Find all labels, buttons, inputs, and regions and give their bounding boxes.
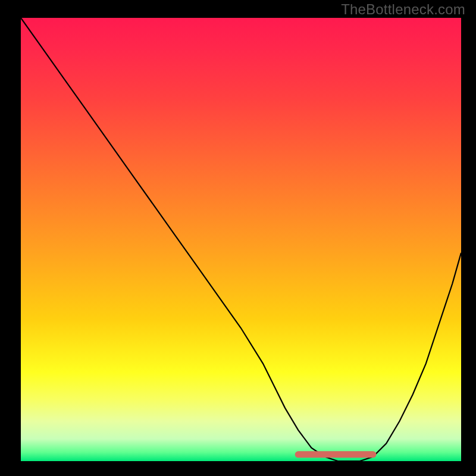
chart-plot-area (21, 18, 461, 461)
bottleneck-curve (21, 18, 461, 461)
chart-frame: TheBottleneck.com (0, 0, 476, 476)
chart-svg (21, 18, 461, 461)
watermark-text: TheBottleneck.com (341, 1, 465, 18)
